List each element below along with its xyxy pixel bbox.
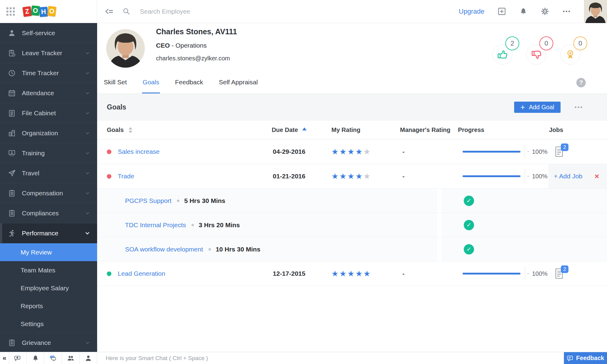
add-job-link[interactable]: + Add Job (554, 173, 582, 180)
notifications-icon[interactable] (519, 7, 527, 15)
job-time: 3 Hrs 20 Mins (199, 221, 240, 229)
chat-settings-button[interactable] (9, 352, 27, 364)
collapse-sidebar-icon[interactable] (104, 8, 114, 15)
sidebar-item-travel[interactable]: Travel (0, 163, 97, 183)
jobs-icon[interactable]: 2 (554, 146, 564, 157)
sidebar-item-label: Training (22, 150, 45, 157)
goal-link[interactable]: Sales increase (118, 148, 160, 155)
progress-percent: 100% (532, 173, 548, 180)
job-link[interactable]: TDC Internal Projects (125, 221, 186, 229)
column-due-date[interactable]: Due Date (258, 126, 320, 133)
sidebar-item-self-service[interactable]: Self-service (0, 23, 97, 43)
chat-groups-button[interactable] (62, 352, 80, 364)
employee-profile-header: Charles Stones, AV111 CEO - Operations c… (97, 23, 607, 72)
chat-conversations-button[interactable] (44, 352, 62, 364)
goal-progress: 100% (457, 169, 548, 183)
sidebar-subitem-settings[interactable]: Settings (0, 315, 97, 333)
chevron-down-icon (84, 170, 90, 176)
thumbs-down-badge[interactable]: 0 (526, 45, 546, 65)
quick-add-icon[interactable] (498, 7, 506, 15)
goals-table-header: Goals Due Date My Rating Manager's Ratin… (97, 121, 607, 140)
goal-due-date: 04-29-2016 (258, 148, 320, 155)
zoho-logo[interactable]: Z O H O (23, 7, 56, 16)
chevron-down-icon (84, 230, 90, 236)
employee-photo (106, 29, 145, 68)
more-options-icon[interactable] (562, 7, 571, 15)
progress-percent: 100% (532, 270, 548, 277)
employee-name: Charles Stones, AV111 (156, 27, 237, 36)
bottom-chat-bar: « Feedback (0, 352, 607, 364)
settings-icon[interactable] (541, 7, 549, 15)
employee-email: charles.stones@zylker.com (156, 55, 237, 62)
topbar-logo-area: Z O H O (0, 0, 97, 23)
goal-row-trade: Trade 01-21-2016 ★★★★★ - 100% + Add Job … (97, 164, 607, 189)
file-cabinet-icon (8, 109, 16, 117)
sidebar-subitem-reports[interactable]: Reports (0, 297, 97, 315)
job-link[interactable]: SOA workflow development (125, 246, 203, 253)
goal-link[interactable]: Trade (118, 173, 134, 180)
feedback-button[interactable]: Feedback (564, 352, 607, 364)
sidebar-subitem-team-mates[interactable]: Team Mates (0, 261, 97, 279)
sidebar-item-training[interactable]: Training (0, 143, 97, 163)
chevron-down-icon (84, 110, 90, 116)
chevron-down-icon (84, 50, 90, 56)
smart-chat-area (97, 352, 564, 364)
chevron-down-icon (84, 70, 90, 76)
progress-bar (463, 273, 521, 275)
plus-icon: + (521, 103, 525, 111)
sidebar-item-grievance[interactable]: Grievance (0, 333, 97, 352)
add-goal-button[interactable]: + Add Goal (514, 102, 561, 113)
upgrade-link[interactable]: Upgrade (459, 8, 484, 15)
goal-link[interactable]: Lead Generation (118, 270, 165, 277)
progress-bar (463, 175, 521, 177)
sidebar-item-label: Time Tracker (22, 69, 59, 77)
jobs-icon[interactable]: 2 (554, 268, 564, 279)
employee-info: Charles Stones, AV111 CEO - Operations c… (156, 27, 237, 62)
goal-manager-rating: - (389, 148, 457, 155)
sidebar-item-file-cabinet[interactable]: File Cabinet (0, 103, 97, 123)
sort-asc-icon (302, 127, 307, 130)
performance-icon (8, 229, 16, 237)
chevron-down-icon (84, 150, 90, 156)
sidebar-item-time-tracker[interactable]: Time Tracker (0, 63, 97, 83)
job-row-pgcps-support: PGCPS Support 5 Hrs 30 Mins ✓ (97, 189, 607, 213)
chat-notifications-button[interactable] (27, 352, 44, 364)
app-grid-icon[interactable] (6, 7, 15, 16)
bell-icon (32, 355, 39, 362)
chat-contacts-button[interactable] (80, 352, 97, 364)
leave-tracker-icon (8, 49, 16, 57)
goal-manager-rating: - (389, 270, 457, 277)
tab-feedback[interactable]: Feedback (175, 72, 204, 93)
sidebar-item-organization[interactable]: Organization (0, 123, 97, 143)
sidebar-item-compensation[interactable]: Compensation (0, 183, 97, 203)
chevron-down-icon (84, 340, 90, 346)
plane-icon (8, 169, 16, 177)
tab-skill-set[interactable]: Skill Set (103, 72, 127, 93)
sidebar-item-compliances[interactable]: Compliances (0, 203, 97, 223)
thumbs-down-count: 0 (539, 36, 553, 50)
thumbs-up-badge[interactable]: 2 (492, 45, 512, 65)
close-icon[interactable]: × (595, 172, 599, 180)
goal-status-dot (107, 271, 111, 276)
smart-chat-input[interactable] (105, 355, 541, 362)
search-icon (123, 8, 130, 15)
search-input[interactable] (139, 8, 267, 15)
bullet-separator (192, 224, 194, 226)
check-circle-icon: ✓ (464, 196, 474, 206)
people-icon (67, 355, 74, 362)
column-goals[interactable]: Goals (97, 126, 258, 133)
collapse-chat-bar-button[interactable]: « (0, 352, 9, 364)
chevron-down-icon (84, 190, 90, 196)
tab-self-appraisal[interactable]: Self Appraisal (218, 72, 258, 93)
award-badge[interactable]: 0 (560, 45, 580, 65)
sidebar-subitem-my-review[interactable]: My Review (0, 243, 97, 261)
goals-more-menu-icon[interactable]: ••• (575, 104, 583, 111)
tab-goals[interactable]: Goals (142, 72, 160, 93)
sidebar-subitem-employee-salary[interactable]: Employee Salary (0, 279, 97, 297)
help-icon[interactable]: ? (576, 78, 586, 87)
sidebar-item-performance[interactable]: Performance (0, 223, 97, 243)
user-avatar[interactable] (584, 0, 607, 23)
sidebar-item-attendance[interactable]: Attendance (0, 83, 97, 103)
job-link[interactable]: PGCPS Support (125, 197, 171, 204)
sidebar-item-leave-tracker[interactable]: Leave Tracker (0, 43, 97, 63)
